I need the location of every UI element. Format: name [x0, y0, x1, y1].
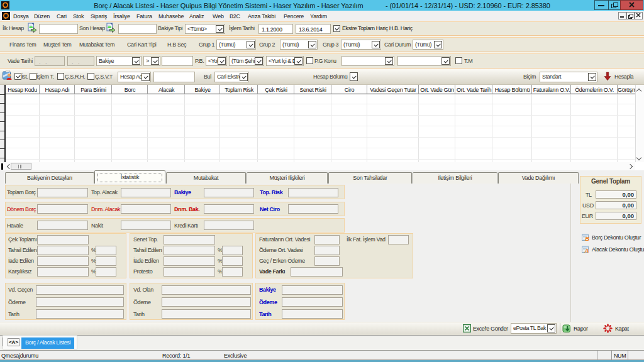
svg-text:B: B: [585, 235, 589, 241]
svg-text:A: A: [584, 247, 589, 253]
